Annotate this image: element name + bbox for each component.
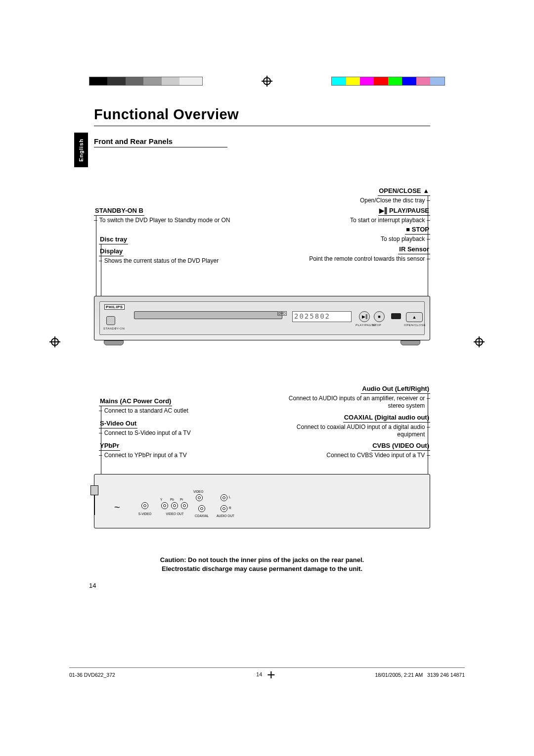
standby-label: STANDBY-ON: [95, 207, 137, 214]
mains-desc: Connect to a standard AC outlet: [104, 407, 188, 415]
footer-code: 3139 246 14871: [427, 672, 465, 678]
greyscale-swatch: [89, 77, 203, 86]
caution-text: Caution: Do not touch the inner pins of …: [94, 556, 430, 573]
standby-symbol: B: [139, 207, 143, 214]
oc-sublabel: OPEN/CLOSE: [404, 324, 426, 327]
display-desc: Shows the current status of the DVD Play…: [104, 257, 219, 265]
svideo-desc: Connect to S-Video input of a TV: [104, 429, 191, 437]
videoout-label: VIDEO OUT: [161, 512, 188, 516]
audio-label: Audio Out (Left/Right): [361, 385, 430, 394]
registration-mark-left-icon: [49, 336, 60, 347]
stop-sublabel: STOP: [372, 324, 381, 327]
video-jack: [196, 494, 203, 501]
audio-desc: Connect to AUDIO inputs of an amplifier,…: [277, 395, 425, 410]
section-heading: Front and Rear Panels: [94, 137, 430, 145]
content-area: Functional Overview Front and Rear Panel…: [94, 106, 430, 589]
pr-label: Pr: [180, 498, 183, 501]
standby-button: [106, 316, 115, 325]
language-tab: English: [74, 133, 88, 167]
eject-icon: ▲: [423, 187, 429, 194]
footer-date: 18/01/2005, 2:21 AM: [375, 672, 423, 678]
video-label: VIDEO: [193, 490, 203, 493]
callout-standby: STANDBY-ON B –To switch the DVD Player t…: [94, 207, 242, 224]
manual-page: English Functional Overview Front and Re…: [0, 0, 534, 756]
dvd-logo-icon: DVD: [277, 311, 287, 316]
foot-right: [400, 340, 420, 345]
pb-jack: [171, 502, 178, 509]
foot-left: [104, 340, 124, 345]
svideo-label: S-Video Out: [99, 420, 137, 428]
coax-jack: [198, 505, 205, 512]
footer-left: 01-36 DVD622_372: [69, 672, 115, 678]
lcd-display: 2025802: [292, 311, 352, 322]
rear-callouts: Mains (AC Power Cord) –Connect to a stan…: [94, 390, 430, 474]
registration-bar-top: [44, 72, 490, 90]
oc-desc: Open/Close the disc tray: [360, 197, 425, 204]
ir-desc: Point the remote control towards this se…: [309, 255, 425, 263]
pp-label: PLAY/PAUSE: [389, 207, 429, 214]
page-title: Functional Overview: [94, 106, 430, 123]
caution-line2: Electrostatic discharge may cause perman…: [94, 565, 430, 573]
stop-desc: To stop playback: [381, 236, 425, 243]
play-pause-icon: ▶ǁ: [379, 207, 387, 214]
y-label: Y: [160, 498, 162, 501]
callout-coax: COAXIAL (Digital audio out) Connect to c…: [277, 414, 430, 438]
ir-label: IR Sensor: [398, 245, 430, 254]
color-swatch: [331, 77, 445, 86]
standby-desc: To switch the DVD Player to Standby mode…: [99, 217, 230, 224]
stop-label: STOP: [412, 226, 429, 233]
svideo-jack-label: S-VIDEO: [138, 512, 152, 516]
registration-mark-footer-icon: [268, 671, 275, 678]
power-cord: [90, 485, 105, 515]
standby-sublabel: STANDBY-ON: [103, 327, 125, 330]
display-label: Display: [99, 247, 124, 256]
callout-cvbs: CVBS (VIDEO Out) Connect to CVBS Video i…: [277, 442, 430, 459]
language-tab-label: English: [78, 139, 84, 162]
callout-mains: Mains (AC Power Cord) –Connect to a stan…: [99, 397, 242, 415]
stop-icon: ■: [406, 226, 410, 233]
audio-r-label: R: [229, 506, 231, 510]
callout-display: Display –Shows the current status of the…: [99, 247, 237, 265]
registration-mark-icon: [262, 76, 272, 87]
cvbs-desc: Connect to CVBS Video input of a TV: [326, 452, 425, 459]
ypbpr-desc: Connect to YPbPr input of a TV: [104, 452, 187, 459]
coax-desc: Connect to coaxial AUDIO input of a digi…: [277, 424, 425, 438]
front-panel-figure: PHILIPS STANDBY-ON DVD 2025802 ▶ǁ PLAY/P…: [94, 296, 430, 340]
cvbs-label: CVBS (VIDEO Out): [371, 442, 430, 451]
dvd-rear-panel: ~ S-VIDEO Y Pb Pr VIDEO OUT VIDEO COAXIA…: [94, 474, 430, 528]
audio-l-jack: [221, 494, 227, 501]
registration-mark-right-icon: [474, 336, 485, 347]
ac-symbol-icon: ~: [114, 502, 120, 513]
imposition-footer: 01-36 DVD622_372 14 18/01/2005, 2:21 AM …: [69, 667, 465, 678]
leader-line: [96, 216, 96, 302]
oc-label: OPEN/CLOSE: [379, 187, 421, 194]
pb-label: Pb: [170, 498, 174, 501]
front-callouts: STANDBY-ON B –To switch the DVD Player t…: [94, 192, 430, 296]
brand-logo: PHILIPS: [104, 304, 125, 310]
audio-l-label: L: [229, 495, 231, 499]
page-number: 14: [89, 582, 430, 589]
callout-svideo: S-Video Out –Connect to S-Video input of…: [99, 420, 237, 437]
callout-stop: ■ STOP To stop playback –: [312, 226, 430, 243]
callout-ir: IR Sensor Point the remote control towar…: [282, 245, 430, 263]
ypbpr-label: YPbPr: [99, 442, 120, 451]
footer-mid-num: 14: [256, 671, 262, 677]
pr-jack: [181, 502, 188, 509]
section-heading-rule: [94, 147, 227, 147]
callout-audio: Audio Out (Left/Right) Connect to AUDIO …: [277, 385, 430, 410]
audioout-label: AUDIO OUT: [216, 514, 235, 518]
svideo-jack: [141, 502, 148, 509]
disc-tray-label: Disc tray: [99, 236, 128, 244]
pp-desc: To start or interrupt playback: [350, 217, 425, 224]
callout-ypbpr: YPbPr –Connect to YPbPr input of a TV: [99, 442, 237, 459]
callout-play-pause: ▶ǁ PLAY/PAUSE To start or interrupt play…: [282, 207, 430, 224]
callout-open-close: OPEN/CLOSE ▲ Open/Close the disc tray –: [282, 187, 430, 204]
play-pause-button: ▶ǁ: [359, 311, 370, 322]
open-close-button: ▲: [406, 312, 423, 322]
caution-line1: Caution: Do not touch the inner pins of …: [94, 556, 430, 565]
mains-label: Mains (AC Power Cord): [99, 397, 172, 406]
ir-sensor-window: [391, 313, 401, 319]
callout-disc-tray: Disc tray: [99, 236, 227, 245]
title-rule: [94, 126, 430, 126]
stop-button: ■: [374, 311, 385, 322]
